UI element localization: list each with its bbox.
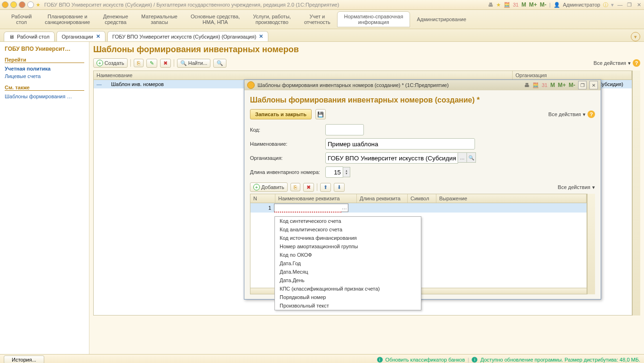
calendar-icon[interactable]: 31 (513, 2, 519, 8)
menu-item[interactable]: Администрирование (410, 15, 473, 24)
dropdown-option[interactable]: Дата.День (275, 276, 421, 284)
dropdown-option[interactable]: Код синтетического счета (275, 217, 421, 225)
clear-find-button[interactable]: 🔍 (213, 59, 226, 68)
save-button[interactable]: 💾 (315, 109, 326, 119)
col-attr-name[interactable]: Наименование реквизита (275, 194, 357, 203)
dropdown-option[interactable]: Произвольный текст (275, 301, 421, 310)
tab-organizations[interactable]: Организации ✕ (56, 31, 105, 41)
col-symbol[interactable]: Символ (408, 194, 436, 203)
name-input[interactable] (325, 138, 475, 150)
tab-desktop[interactable]: 🖥 Рабочий стол (4, 32, 55, 41)
scrollbar[interactable] (632, 71, 640, 316)
info-icon[interactable]: ⓘ (603, 1, 608, 8)
memory-mplus[interactable]: M+ (558, 82, 566, 88)
create-button[interactable]: + Создать (93, 58, 128, 68)
col-header-name[interactable]: Наименование (94, 71, 513, 79)
spinner-buttons[interactable]: ▲▼ (343, 167, 350, 177)
name-label: Наименование: (250, 141, 325, 147)
maximize-icon[interactable]: ❐ (578, 81, 587, 89)
menu-item[interactable]: Основные средства,НМА, НПА (184, 12, 247, 27)
memory-m[interactable]: M (550, 82, 555, 88)
dialog-titlebar[interactable]: Шаблоны формирования инвентарных номеров… (244, 80, 601, 90)
col-expr[interactable]: Выражение (436, 194, 587, 203)
tabbar: 🖥 Рабочий стол Организации ✕ ГОБУ ВПО Ун… (0, 29, 644, 42)
find-button[interactable]: 🔍 Найти... (177, 59, 211, 68)
dropdown-option[interactable]: КПС (классификационный признак счета) (275, 284, 421, 293)
menu-item[interactable]: Материальныезапасы (135, 12, 184, 27)
calc-icon[interactable]: 🧮 (532, 82, 539, 88)
dropdown-option[interactable]: Код источника финансирования (275, 234, 421, 242)
calc-icon[interactable]: 🧮 (504, 2, 510, 8)
dialog-title: Шаблоны формирования инвентарных номеров… (250, 96, 595, 104)
sidebar-link[interactable]: Лицевые счета (5, 72, 84, 80)
sidebar-link[interactable]: Шаблоны формирования … (5, 93, 84, 100)
scrollbar[interactable] (587, 194, 595, 294)
minimize-icon[interactable]: — (617, 1, 623, 8)
save-and-close-button[interactable]: Записать и закрыть (250, 109, 312, 119)
dropdown-option[interactable]: Дата.Год (275, 259, 421, 268)
delete-icon: ✖ (163, 60, 168, 66)
col-header-org[interactable]: Организация (513, 71, 632, 79)
delete-button[interactable]: ✖ (160, 59, 171, 68)
dropdown-option[interactable]: Код по ОКОФ (275, 251, 421, 259)
desktop-icon: 🖥 (9, 34, 14, 39)
print-icon[interactable]: 🖶 (524, 82, 530, 88)
print-icon[interactable]: 🖶 (488, 2, 493, 8)
status-link-1[interactable]: Обновить классификатор банков (386, 357, 465, 363)
attr-name-input[interactable] (274, 204, 341, 213)
clear-search-icon: 🔍 (217, 60, 223, 66)
menu-item[interactable]: Услуги, работы,производство (247, 12, 298, 27)
pencil-icon: ✎ (150, 60, 154, 66)
close-icon[interactable]: ✕ (259, 33, 263, 39)
dropdown-option[interactable]: Дата.Месяц (275, 268, 421, 276)
move-down-button[interactable]: ⬇ (334, 183, 345, 192)
user-label[interactable]: Администратор (563, 2, 600, 8)
tab-organization-item[interactable]: ГОБУ ВПО Университет искусств (Субсидия)… (107, 31, 269, 41)
calendar-icon[interactable]: 31 (542, 82, 547, 88)
length-input[interactable] (325, 166, 343, 178)
open-button[interactable]: 🔍 (467, 152, 476, 163)
select-button[interactable]: … (458, 152, 467, 163)
help-icon[interactable]: ? (588, 110, 595, 118)
delete-row-button[interactable]: ✖ (303, 183, 314, 192)
col-attr-len[interactable]: Длина реквизита (357, 194, 408, 203)
dropdown-option[interactable]: Код аналитического счета (275, 225, 421, 234)
menu-item[interactable]: Денежныесредства (97, 12, 135, 27)
menu-item[interactable]: Нормативно-справочнаяинформация (337, 11, 411, 27)
help-icon[interactable]: ? (633, 59, 640, 67)
maximize-icon[interactable]: ❐ (626, 1, 633, 8)
sidebar-link[interactable]: Учетная политика (5, 65, 84, 72)
history-button[interactable]: История... (4, 355, 44, 363)
expand-tabs-button[interactable]: ▾ (631, 32, 640, 41)
all-actions-button[interactable]: Все действия (594, 60, 626, 66)
all-actions-button[interactable]: Все действия (548, 111, 581, 117)
close-icon[interactable]: ✕ (589, 81, 598, 89)
close-icon[interactable]: ✕ (96, 33, 100, 39)
menu-item[interactable]: Планирование исанкционирование (38, 12, 97, 27)
menu-item[interactable]: Учет иотчетность (298, 12, 337, 27)
star-icon[interactable]: ★ (36, 2, 40, 8)
org-input[interactable] (325, 152, 458, 164)
move-up-button[interactable]: ⬆ (320, 183, 331, 192)
attr-name-dropdown[interactable]: Код синтетического счетаКод аналитическо… (274, 216, 421, 310)
edit-button[interactable]: ✎ (146, 59, 157, 68)
copy-button[interactable]: ⎘ (134, 59, 144, 67)
all-actions-button[interactable]: Все действия (558, 184, 590, 190)
dropdown-option[interactable]: Порядковый номер (275, 293, 421, 301)
memory-m[interactable]: M (522, 1, 526, 8)
code-input[interactable] (325, 124, 364, 135)
memory-mminus[interactable]: M- (540, 1, 547, 8)
memory-mplus[interactable]: M+ (529, 1, 537, 8)
copy-row-button[interactable]: ⎘ (290, 183, 300, 191)
menu-item[interactable]: Рабочийстол (5, 12, 38, 27)
favorite-icon[interactable]: ★ (496, 2, 501, 8)
attr-name-editor[interactable]: … (274, 204, 348, 212)
close-icon[interactable]: ✕ (636, 1, 642, 8)
memory-mminus[interactable]: M- (569, 82, 575, 88)
table-row[interactable]: 1 … (250, 203, 587, 213)
dropdown-button[interactable]: … (342, 205, 347, 210)
col-n[interactable]: N (250, 194, 275, 203)
dropdown-option[interactable]: Номер амортизационной группы (275, 242, 421, 251)
add-button[interactable]: + Добавить (250, 182, 288, 192)
status-link-2[interactable]: Доступно обновление программы. Размер ди… (480, 357, 640, 363)
